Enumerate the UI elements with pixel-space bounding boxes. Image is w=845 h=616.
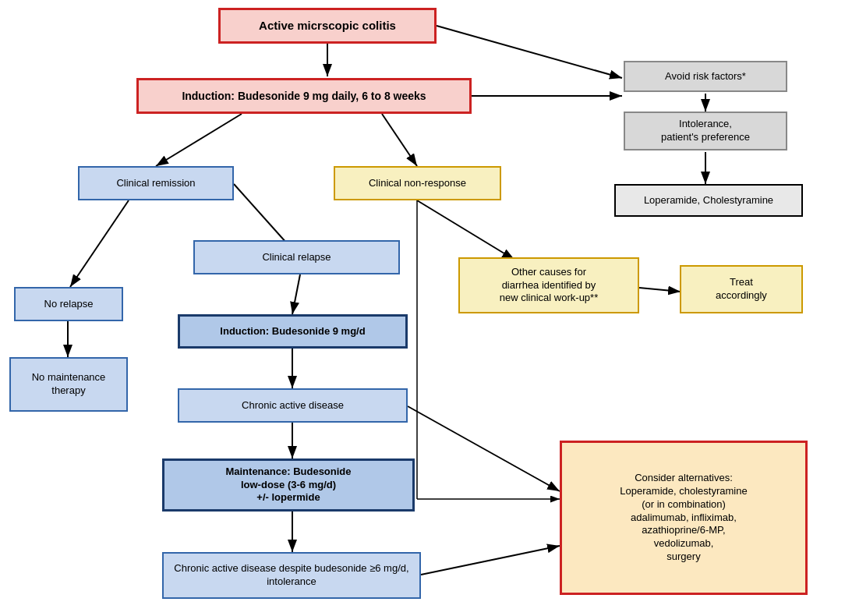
no-relapse-label: No relapse [44,298,94,311]
clinical-nonresponse-node: Clinical non-response [334,166,501,200]
induction-node: Induction: Budesonide 9 mg daily, 6 to 8… [136,78,472,114]
clinical-remission-label: Clinical remission [116,177,195,190]
svg-line-11 [292,274,300,314]
flowchart-diagram: Active micrscopic colitis Induction: Bud… [0,0,845,616]
other-causes-node: Other causes for diarrhea identified by … [458,257,639,313]
intolerance-label: Intolerance, patient's preference [661,118,750,144]
chronic-active-node: Chronic active disease [178,388,408,423]
chronic-active-label: Chronic active disease [242,399,344,412]
clinical-nonresponse-label: Clinical non-response [369,177,466,190]
induction2-node: Induction: Budesonide 9 mg/d [178,314,408,349]
avoid-risk-node: Avoid risk factors* [624,61,787,92]
chronic-despite-node: Chronic active disease despite budesonid… [162,552,421,599]
svg-line-7 [382,114,417,166]
intolerance-node: Intolerance, patient's preference [624,112,787,150]
svg-line-17 [408,406,560,491]
active-mc-label: Active micrscopic colitis [259,18,396,34]
svg-line-9 [70,200,129,287]
maintenance-label: Maintenance: Budesonide low-dose (3-6 mg… [225,466,351,505]
svg-line-2 [437,26,622,78]
avoid-risk-label: Avoid risk factors* [665,70,746,83]
svg-line-6 [156,114,242,166]
clinical-relapse-node: Clinical relapse [193,240,400,274]
induction2-label: Induction: Budesonide 9 mg/d [220,325,365,338]
treat-accordingly-label: Treat accordingly [716,276,767,303]
chronic-despite-label: Chronic active disease despite budesonid… [171,562,412,589]
svg-line-15 [417,200,514,260]
treat-accordingly-node: Treat accordingly [680,265,803,313]
loperamide-node: Loperamide, Cholestyramine [614,184,803,217]
no-maintenance-node: No maintenance therapy [9,357,128,412]
other-causes-label: Other causes for diarrhea identified by … [500,266,598,306]
no-relapse-node: No relapse [14,287,123,321]
consider-alternatives-node: Consider alternatives: Loperamide, chole… [560,441,808,595]
svg-line-18 [421,546,560,575]
svg-line-16 [639,288,681,292]
maintenance-node: Maintenance: Budesonide low-dose (3-6 mg… [162,458,415,512]
clinical-remission-node: Clinical remission [78,166,234,200]
loperamide-label: Loperamide, Cholestyramine [644,194,773,207]
induction-label: Induction: Budesonide 9 mg daily, 6 to 8… [182,89,426,103]
clinical-relapse-label: Clinical relapse [262,251,331,264]
no-maintenance-label: No maintenance therapy [32,371,106,398]
consider-alternatives-label: Consider alternatives: Loperamide, chole… [620,472,747,564]
active-mc-node: Active micrscopic colitis [218,8,437,44]
